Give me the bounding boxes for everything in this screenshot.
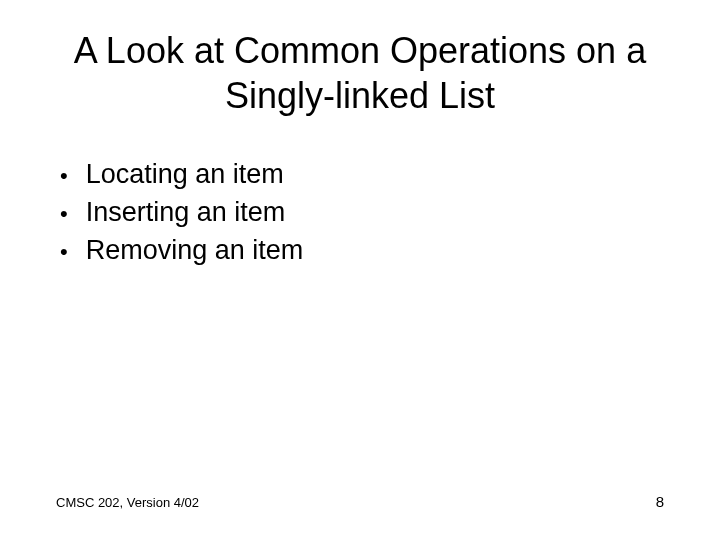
bullet-text: Inserting an item <box>86 194 286 232</box>
page-number: 8 <box>656 493 664 510</box>
bullet-text: Locating an item <box>86 156 284 194</box>
slide-title: A Look at Common Operations on a Singly-… <box>48 28 672 118</box>
list-item: Removing an item <box>54 232 672 270</box>
list-item: Locating an item <box>54 156 672 194</box>
footer-course-info: CMSC 202, Version 4/02 <box>56 495 199 510</box>
slide-container: A Look at Common Operations on a Singly-… <box>0 0 720 540</box>
bullet-list: Locating an item Inserting an item Remov… <box>48 156 672 269</box>
bullet-text: Removing an item <box>86 232 304 270</box>
list-item: Inserting an item <box>54 194 672 232</box>
